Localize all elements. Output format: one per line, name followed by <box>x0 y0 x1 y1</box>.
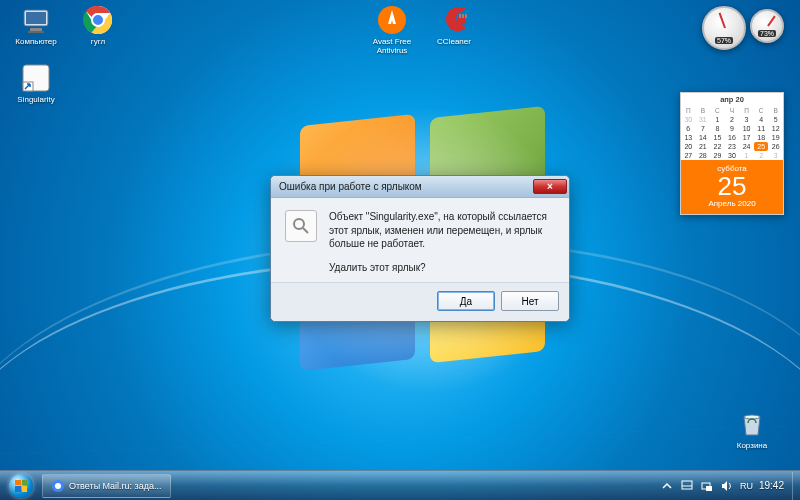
taskbar-app-browser[interactable]: Ответы Mail.ru: зада... <box>42 474 171 498</box>
calendar-cell[interactable]: 28 <box>696 151 711 160</box>
calendar-cell[interactable]: 16 <box>725 133 740 142</box>
icon-label: гугл <box>68 38 128 47</box>
taskbar-app-label: Ответы Mail.ru: зада... <box>69 481 162 491</box>
svg-rect-19 <box>682 481 692 489</box>
start-button[interactable] <box>2 472 40 500</box>
calendar-cell[interactable]: 1 <box>710 115 725 124</box>
calendar-daynames: ПВСЧПСВ <box>681 106 783 115</box>
icon-label: Корзина <box>728 441 776 450</box>
calendar-cell[interactable]: 29 <box>710 151 725 160</box>
calendar-cell[interactable]: 11 <box>754 124 769 133</box>
dialog-message: Объект "Singularity.exe", на который ссы… <box>329 210 555 251</box>
icon-label: Компьютер <box>6 38 66 47</box>
yes-button[interactable]: Да <box>437 291 495 311</box>
gadget-cpu-meter[interactable]: 57% 73% <box>702 6 784 50</box>
calendar-cell[interactable]: 13 <box>681 133 696 142</box>
svg-point-18 <box>55 483 61 489</box>
desktop[interactable]: Компьютер гугл Avast Free Antivirus CCle… <box>0 0 800 500</box>
computer-icon <box>20 4 52 36</box>
tray-network-icon[interactable] <box>700 479 714 493</box>
tray-volume-icon[interactable] <box>720 479 734 493</box>
calendar-cell[interactable]: 24 <box>739 142 754 151</box>
calendar-dayname: С <box>754 106 769 115</box>
calendar-dayname: В <box>696 106 711 115</box>
desktop-icon-recycle-bin[interactable]: Корзина <box>728 407 776 450</box>
dialog-titlebar[interactable]: Ошибка при работе с ярлыком × <box>271 176 569 198</box>
ccleaner-icon <box>438 4 470 36</box>
calendar-cell[interactable]: 7 <box>696 124 711 133</box>
calendar-grid: 3031123456789101112131415161718192021222… <box>681 115 783 160</box>
system-tray: RU 19:42 <box>654 479 790 493</box>
cpu-pct-label: 57% <box>715 37 733 44</box>
shortcut-icon <box>20 62 52 94</box>
desktop-icon-chrome[interactable]: гугл <box>68 4 128 47</box>
calendar-cell[interactable]: 3 <box>739 115 754 124</box>
calendar-cell[interactable]: 19 <box>768 133 783 142</box>
calendar-cell[interactable]: 30 <box>725 151 740 160</box>
calendar-monthyear: Апрель 2020 <box>681 199 783 208</box>
dialog-body: Объект "Singularity.exe", на который ссы… <box>271 198 569 282</box>
calendar-cell[interactable]: 2 <box>754 151 769 160</box>
desktop-icon-singularity[interactable]: Singularity <box>6 62 66 105</box>
tray-language[interactable]: RU <box>740 481 753 491</box>
recycle-bin-icon <box>736 407 768 439</box>
calendar-today-panel: суббота 25 Апрель 2020 <box>681 160 783 214</box>
gadget-calendar[interactable]: апр 20 ПВСЧПСВ 3031123456789101112131415… <box>680 92 784 215</box>
desktop-icon-computer[interactable]: Компьютер <box>6 4 66 47</box>
svg-rect-21 <box>706 486 712 491</box>
icon-label: Avast Free Antivirus <box>362 38 422 56</box>
desktop-icon-ccleaner[interactable]: CCleaner <box>424 4 484 47</box>
calendar-cell[interactable]: 4 <box>754 115 769 124</box>
calendar-dayname: П <box>739 106 754 115</box>
close-button[interactable]: × <box>533 179 567 194</box>
svg-rect-9 <box>459 14 461 18</box>
icon-label: CCleaner <box>424 38 484 47</box>
calendar-cell[interactable]: 31 <box>696 115 711 124</box>
ram-gauge: 73% <box>750 9 784 43</box>
calendar-dayname: С <box>710 106 725 115</box>
calendar-cell[interactable]: 17 <box>739 133 754 142</box>
calendar-cell[interactable]: 1 <box>739 151 754 160</box>
search-icon <box>285 210 317 242</box>
calendar-cell[interactable]: 30 <box>681 115 696 124</box>
calendar-cell[interactable]: 5 <box>768 115 783 124</box>
calendar-dayname: В <box>768 106 783 115</box>
calendar-cell[interactable]: 10 <box>739 124 754 133</box>
calendar-cell[interactable]: 15 <box>710 133 725 142</box>
error-dialog: Ошибка при работе с ярлыком × Объект "Si… <box>270 175 570 322</box>
svg-rect-10 <box>462 14 464 18</box>
windows-orb-icon <box>9 474 33 498</box>
calendar-dayname: П <box>681 106 696 115</box>
svg-rect-3 <box>28 31 44 33</box>
show-desktop-button[interactable] <box>792 472 800 500</box>
tray-chevron-icon[interactable] <box>660 479 674 493</box>
taskbar: Ответы Mail.ru: зада... RU 19:42 <box>0 470 800 500</box>
calendar-cell[interactable]: 9 <box>725 124 740 133</box>
svg-point-15 <box>294 219 304 229</box>
calendar-cell[interactable]: 8 <box>710 124 725 133</box>
desktop-icon-avast[interactable]: Avast Free Antivirus <box>362 4 422 56</box>
dialog-question: Удалить этот ярлык? <box>329 261 555 275</box>
tray-action-center-icon[interactable] <box>680 479 694 493</box>
calendar-cell[interactable]: 3 <box>768 151 783 160</box>
svg-rect-11 <box>465 14 467 18</box>
calendar-cell[interactable]: 14 <box>696 133 711 142</box>
calendar-cell[interactable]: 23 <box>725 142 740 151</box>
calendar-cell[interactable]: 18 <box>754 133 769 142</box>
calendar-cell[interactable]: 26 <box>768 142 783 151</box>
ram-pct-label: 73% <box>758 30 776 37</box>
calendar-cell[interactable]: 6 <box>681 124 696 133</box>
calendar-cell[interactable]: 21 <box>696 142 711 151</box>
calendar-cell[interactable]: 27 <box>681 151 696 160</box>
tray-clock[interactable]: 19:42 <box>759 480 784 491</box>
calendar-cell[interactable]: 22 <box>710 142 725 151</box>
calendar-cell[interactable]: 20 <box>681 142 696 151</box>
calendar-cell[interactable]: 12 <box>768 124 783 133</box>
no-button[interactable]: Нет <box>501 291 559 311</box>
calendar-cell[interactable]: 25 <box>754 142 769 151</box>
icon-label: Singularity <box>6 96 66 105</box>
dialog-buttons: Да Нет <box>271 282 569 321</box>
svg-rect-2 <box>30 28 42 31</box>
calendar-daynumber: 25 <box>681 173 783 199</box>
calendar-cell[interactable]: 2 <box>725 115 740 124</box>
